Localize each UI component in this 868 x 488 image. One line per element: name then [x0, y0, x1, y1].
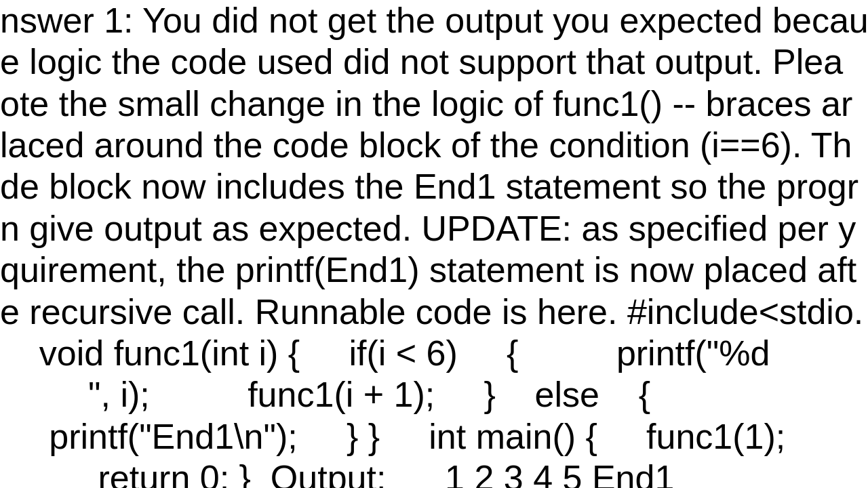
line-7: quirement, the printf(End1) statement is…	[0, 249, 868, 291]
answer-text: nswer 1: You did not get the output you …	[0, 0, 868, 488]
line-9: void func1(int i) { if(i < 6) { printf("…	[0, 333, 868, 374]
line-6: n give output as expected. UPDATE: as sp…	[0, 208, 868, 249]
line-2: e logic the code used did not support th…	[0, 41, 868, 83]
line-4: laced around the code block of the condi…	[0, 125, 868, 166]
line-8: e recursive call. Runnable code is here.…	[0, 291, 868, 333]
line-5: de block now includes the End1 statement…	[0, 166, 868, 207]
line-12: return 0; } Output: 1 2 3 4 5 End1	[0, 458, 868, 488]
line-11: printf("End1\n"); } } int main() { func1…	[0, 416, 868, 458]
line-3: ote the small change in the logic of fun…	[0, 83, 868, 125]
main-content: nswer 1: You did not get the output you …	[0, 0, 868, 488]
line-10: ", i); func1(i + 1); } else {	[0, 374, 868, 415]
line-1: nswer 1: You did not get the output you …	[0, 0, 868, 41]
